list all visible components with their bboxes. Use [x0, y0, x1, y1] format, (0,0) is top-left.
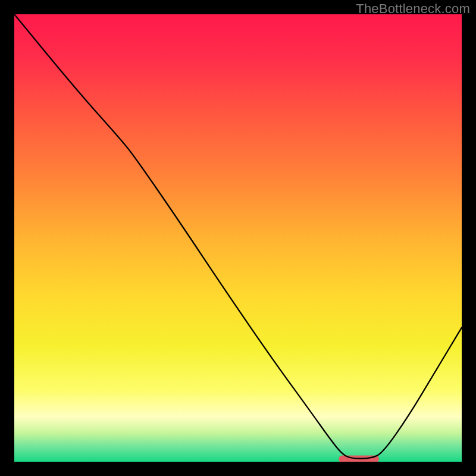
outer-frame: TheBottleneck.com [0, 0, 476, 476]
chart-svg [14, 14, 462, 462]
chart-background [14, 14, 462, 462]
chart-plot-area [14, 14, 462, 462]
